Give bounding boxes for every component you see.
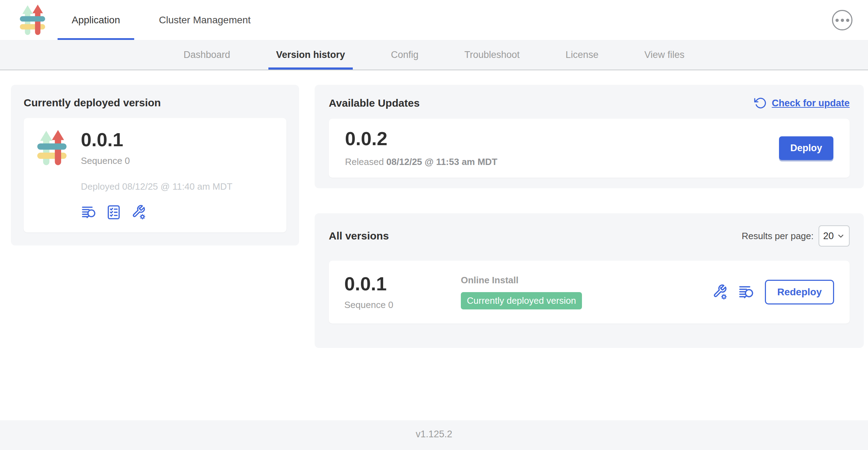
app-subnav: Dashboard Version history Config Trouble… <box>0 40 868 70</box>
ellipsis-icon <box>846 19 849 22</box>
version-row: 0.0.1 Sequence 0 Online Install Currentl… <box>329 261 850 324</box>
tab-cluster-management[interactable]: Cluster Management <box>145 0 265 40</box>
results-per-page-label: Results per page: <box>742 231 814 242</box>
row-version-number: 0.0.1 <box>344 274 461 293</box>
currently-deployed-panel: Currently deployed version 0.0.1 Sequenc… <box>11 85 299 245</box>
redeploy-button[interactable]: Redeploy <box>765 280 834 304</box>
deployed-version-number: 0.0.1 <box>81 130 232 149</box>
header-tabs: Application Cluster Management <box>58 0 265 40</box>
results-per-page: Results per page: 20 <box>742 225 850 247</box>
results-per-page-select[interactable]: 20 <box>819 225 850 247</box>
subnav-config[interactable]: Config <box>391 40 418 70</box>
config-wrench-icon[interactable] <box>711 284 728 301</box>
config-wrench-icon[interactable] <box>130 204 147 220</box>
refresh-icon <box>754 97 767 109</box>
footer: v1.125.2 <box>0 420 868 450</box>
deployed-timestamp: Deployed 08/12/25 @ 11:40 am MDT <box>81 181 232 192</box>
deployed-version-card: 0.0.1 Sequence 0 Deployed 08/12/25 @ 11:… <box>24 118 286 232</box>
logs-search-icon[interactable] <box>738 284 755 301</box>
results-per-page-value: 20 <box>823 231 834 242</box>
subnav-troubleshoot[interactable]: Troubleshoot <box>464 40 520 70</box>
ellipsis-icon <box>836 19 839 22</box>
deployed-version-actions <box>81 204 232 220</box>
more-menu-button[interactable] <box>832 10 852 30</box>
ellipsis-icon <box>841 19 844 22</box>
app-logo-icon <box>19 5 46 36</box>
all-versions-title: All versions <box>329 230 389 242</box>
check-for-update-label: Check for update <box>772 98 850 109</box>
main-content: Currently deployed version 0.0.1 Sequenc… <box>0 70 868 420</box>
currently-deployed-title: Currently deployed version <box>24 97 286 109</box>
row-sequence: Sequence 0 <box>344 300 461 310</box>
tab-cluster-management-label: Cluster Management <box>159 14 251 26</box>
preflight-checklist-icon[interactable] <box>106 204 122 220</box>
subnav-version-history[interactable]: Version history <box>276 40 345 70</box>
subnav-view-files[interactable]: View files <box>644 40 685 70</box>
update-version-number: 0.0.2 <box>345 129 498 148</box>
console-version: v1.125.2 <box>416 429 452 439</box>
logs-search-icon[interactable] <box>81 204 97 220</box>
tab-application[interactable]: Application <box>58 0 134 40</box>
subnav-license[interactable]: License <box>566 40 599 70</box>
row-install-type: Online Install <box>461 275 711 286</box>
available-updates-panel: Available Updates Check for update 0.0.2… <box>315 85 864 188</box>
deployed-sequence: Sequence 0 <box>81 155 232 166</box>
subnav-dashboard[interactable]: Dashboard <box>184 40 230 70</box>
update-card: 0.0.2 Released 08/12/25 @ 11:53 am MDT D… <box>329 119 850 178</box>
row-actions: Redeploy <box>711 280 834 304</box>
tab-application-label: Application <box>72 14 120 26</box>
available-updates-title: Available Updates <box>329 97 420 109</box>
check-for-update-link[interactable]: Check for update <box>754 97 850 109</box>
app-logo-icon <box>36 130 67 166</box>
deploy-button[interactable]: Deploy <box>779 136 833 160</box>
chevron-down-icon <box>837 232 845 240</box>
update-released-line: Released 08/12/25 @ 11:53 am MDT <box>345 156 498 167</box>
top-header: Application Cluster Management <box>0 0 868 40</box>
all-versions-panel: All versions Results per page: 20 0.0.1 … <box>315 213 864 348</box>
currently-deployed-badge: Currently deployed version <box>461 292 582 309</box>
